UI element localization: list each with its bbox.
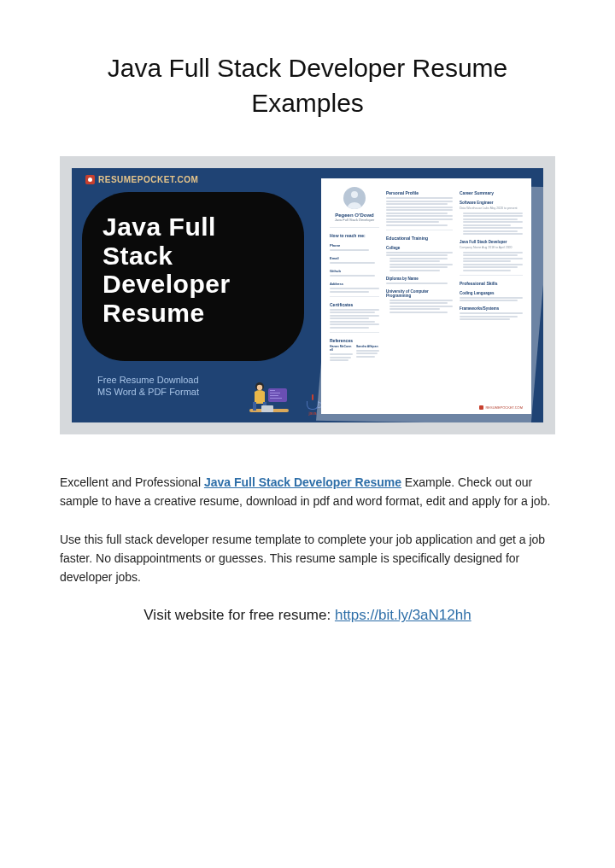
phone-heading: Phone (330, 243, 379, 248)
ref1-name: Hanan McConnell (330, 345, 353, 352)
brand-logo: RESUMEPOCKET.COM (85, 175, 198, 184)
job2-dates: Company Name Aug 2018 to April 2020 (460, 246, 523, 250)
cta-text: Visit website for free resume: (144, 607, 335, 623)
svg-rect-4 (270, 398, 282, 399)
resume-footer-brand-text: RESUMEPOCKET.COM (485, 405, 523, 410)
svg-rect-2 (270, 393, 280, 393)
subheading-1: Free Resume Download (97, 375, 199, 385)
headline-line-2: Stack (102, 242, 287, 271)
person-illustration (244, 373, 297, 417)
job2-heading: Java Full Stack Developer (460, 240, 523, 244)
avatar-icon (343, 187, 366, 209)
svg-rect-3 (270, 395, 278, 396)
headline-line-1: Java Full (102, 213, 287, 242)
career-summary-heading: Career Summary (460, 190, 523, 195)
hero-image: RESUMEPOCKET.COM Java Full Stack Develop… (60, 156, 555, 434)
subheading-2: MS Word & PDF Format (97, 387, 199, 397)
headline-text: Java Full Stack Developer Resume (82, 192, 304, 327)
headline-line-3: Developer (102, 270, 287, 299)
resume-link[interactable]: Java Full Stack Developer Resume (204, 475, 401, 489)
svg-rect-1 (270, 390, 275, 391)
university-heading: University of Computer Programming (386, 289, 453, 298)
headline-blob: Java Full Stack Developer Resume (82, 192, 304, 361)
ref2-name: Sandra Afkipan (356, 345, 379, 349)
svg-rect-8 (253, 402, 256, 411)
github-heading: Github (330, 269, 379, 273)
paragraph-2: Use this full stack developer resume tem… (60, 531, 555, 586)
resume-role: Java Full Stack Developer (330, 218, 379, 222)
page-title: Java Full Stack Developer Resume Example… (60, 51, 555, 120)
education-heading: Educational Training (386, 236, 453, 241)
profile-heading: Personal Profile (386, 190, 453, 195)
languages-heading: Coding Languages (460, 291, 523, 295)
job1-heading: Software Engineer (460, 201, 523, 205)
cta-url-link[interactable]: https://bit.ly/3aN12hh (335, 607, 472, 623)
paragraph-1: Excellent and Professional Java Full Sta… (60, 474, 555, 510)
address-heading: Address (330, 282, 379, 286)
brand-icon (85, 175, 95, 184)
diploma-heading: Diploma by Name (386, 277, 453, 281)
resume-preview-card: Pegeen O'Dowd Java Full Stack Developer … (321, 178, 531, 414)
para1-a: Excellent and Professional (60, 475, 204, 489)
cta-line: Visit website for free resume: https://b… (60, 607, 555, 624)
reach-heading: How to reach me: (330, 233, 379, 238)
headline-line-4: Resume (102, 299, 287, 328)
email-heading: Email (330, 256, 379, 260)
job1-dates: Data Warehouse Labs May 2020 to present (460, 207, 523, 211)
resume-footer-brand: RESUMEPOCKET.COM (479, 405, 523, 410)
brand-text: RESUMEPOCKET.COM (98, 175, 198, 184)
svg-point-7 (257, 385, 262, 390)
frameworks-heading: Frameworks/Systems (460, 306, 523, 311)
college-heading: College (386, 246, 453, 250)
hero-banner: RESUMEPOCKET.COM Java Full Stack Develop… (72, 168, 543, 422)
certificates-heading: Certificates (330, 302, 379, 307)
svg-rect-10 (261, 405, 273, 412)
skills-heading: Professional Skills (460, 281, 523, 286)
references-heading: References (330, 338, 379, 343)
